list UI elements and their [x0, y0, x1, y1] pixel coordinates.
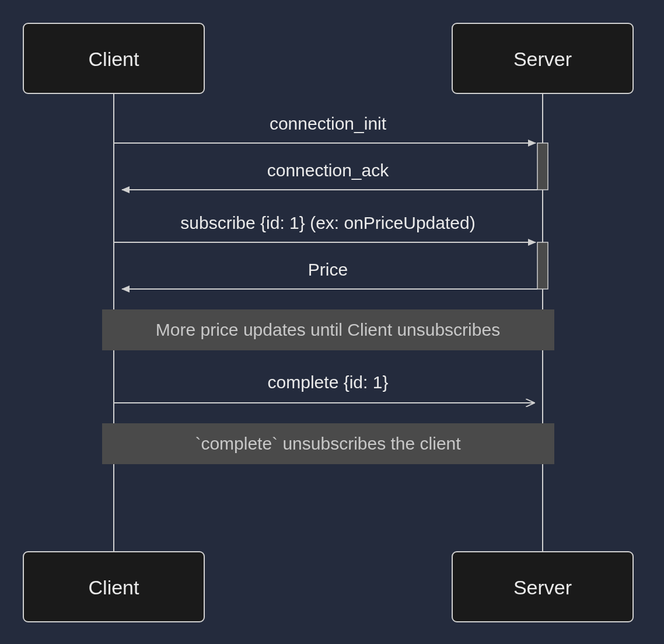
message-price-label: Price: [308, 260, 348, 279]
message-complete-label: complete {id: 1}: [268, 373, 389, 392]
note-more-updates-text: More price updates until Client unsubscr…: [156, 320, 500, 339]
server-activation-1: [537, 143, 548, 190]
server-actor-top-label: Server: [513, 48, 572, 70]
note-unsubscribe-text: `complete` unsubscribes the client: [195, 434, 461, 453]
server-activation-2: [537, 242, 548, 289]
sequence-diagram: Client Server connection_init connection…: [0, 0, 664, 644]
client-actor-top-label: Client: [89, 48, 139, 70]
message-connection-ack-label: connection_ack: [267, 161, 389, 180]
message-connection-init-label: connection_init: [270, 114, 387, 133]
client-actor-bottom-label: Client: [89, 576, 139, 598]
message-subscribe-label: subscribe {id: 1} (ex: onPriceUpdated): [180, 213, 475, 232]
server-actor-bottom-label: Server: [513, 576, 572, 598]
